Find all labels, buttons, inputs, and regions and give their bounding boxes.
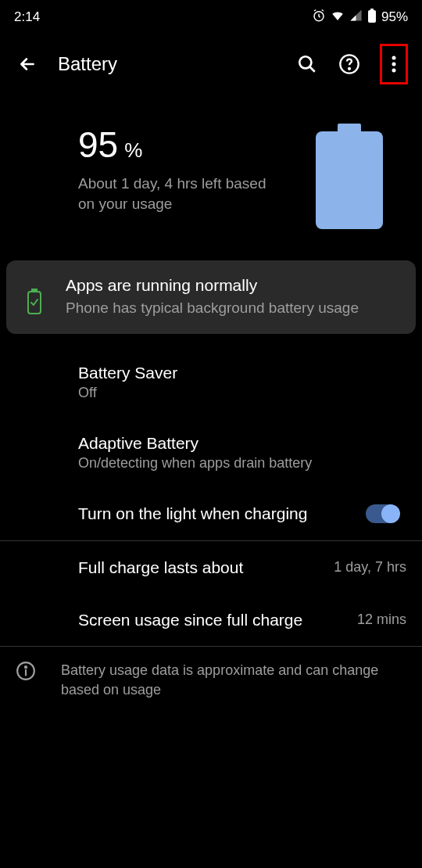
back-button[interactable] bbox=[16, 52, 39, 76]
full-charge-value: 1 day, 7 hrs bbox=[318, 559, 406, 576]
svg-point-12 bbox=[25, 666, 27, 668]
light-charging-title: Turn on the light when charging bbox=[78, 503, 366, 524]
page-title: Battery bbox=[58, 53, 277, 75]
svg-point-6 bbox=[392, 56, 396, 60]
status-icons: 95% bbox=[312, 9, 408, 27]
more-options-button[interactable] bbox=[380, 44, 408, 84]
status-battery-pct: 95% bbox=[381, 9, 408, 25]
help-button[interactable] bbox=[338, 52, 361, 76]
svg-rect-2 bbox=[370, 9, 374, 10]
battery-percent-symbol: % bbox=[124, 138, 142, 163]
battery-ok-icon bbox=[19, 276, 50, 315]
adaptive-battery-title: Adaptive Battery bbox=[78, 432, 406, 454]
svg-rect-1 bbox=[368, 10, 376, 23]
light-charging-row[interactable]: Turn on the light when charging bbox=[0, 487, 422, 540]
status-bar: 2:14 95% bbox=[0, 0, 422, 28]
battery-saver-sub: Off bbox=[78, 385, 406, 401]
alarm-icon bbox=[312, 9, 326, 27]
battery-hero: 95 % About 1 day, 4 hrs left based on yo… bbox=[0, 100, 422, 260]
light-charging-toggle[interactable] bbox=[366, 504, 399, 523]
adaptive-battery-sub: On/detecting when apps drain battery bbox=[78, 455, 406, 472]
battery-saver-title: Battery Saver bbox=[78, 362, 406, 383]
screen-usage-value: 12 mins bbox=[342, 612, 406, 628]
footer-text: Battery usage data is approximate and ca… bbox=[61, 661, 406, 700]
footer-note: Battery usage data is approximate and ca… bbox=[0, 647, 422, 714]
svg-point-7 bbox=[392, 63, 396, 66]
info-icon bbox=[16, 661, 36, 684]
full-charge-row[interactable]: Full charge lasts about 1 day, 7 hrs bbox=[0, 541, 422, 594]
battery-graphic-icon bbox=[316, 124, 383, 229]
svg-point-5 bbox=[349, 68, 350, 70]
app-bar: Battery bbox=[0, 28, 422, 100]
apps-status-subtitle: Phone has typical background battery usa… bbox=[66, 298, 400, 318]
wifi-icon bbox=[331, 9, 345, 27]
svg-point-8 bbox=[392, 69, 396, 73]
signal-icon bbox=[349, 9, 363, 26]
full-charge-title: Full charge lasts about bbox=[78, 557, 318, 578]
screen-usage-row[interactable]: Screen usage since full charge 12 mins bbox=[0, 594, 422, 646]
screen-usage-title: Screen usage since full charge bbox=[78, 609, 342, 630]
battery-percent-value: 95 bbox=[78, 124, 118, 166]
apps-status-title: Apps are running normally bbox=[66, 276, 400, 295]
battery-estimate: About 1 day, 4 hrs left based on your us… bbox=[78, 174, 269, 213]
apps-status-card[interactable]: Apps are running normally Phone has typi… bbox=[6, 260, 416, 334]
battery-saver-row[interactable]: Battery Saver Off bbox=[0, 334, 422, 417]
adaptive-battery-row[interactable]: Adaptive Battery On/detecting when apps … bbox=[0, 417, 422, 487]
svg-rect-10 bbox=[32, 289, 37, 292]
search-button[interactable] bbox=[295, 52, 319, 76]
battery-icon bbox=[367, 9, 377, 27]
status-time: 2:14 bbox=[14, 9, 40, 25]
svg-point-3 bbox=[299, 56, 311, 68]
